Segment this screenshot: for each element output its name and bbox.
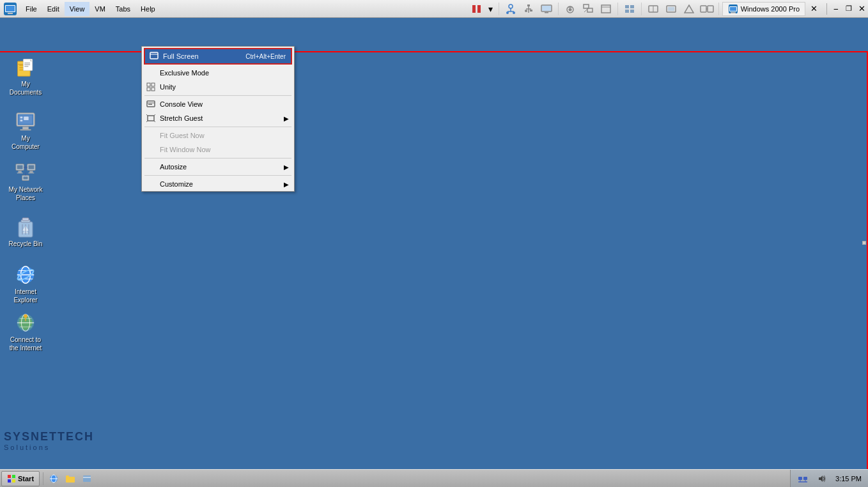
- menu-view-item[interactable]: View: [65, 2, 90, 16]
- vm-close-button[interactable]: ✕: [807, 3, 821, 15]
- svg-rect-52: [24, 63, 30, 63]
- vm-name-label: Windows 2000 Pro: [741, 5, 800, 13]
- svg-rect-100: [151, 88, 155, 91]
- extra3-button[interactable]: [681, 1, 697, 17]
- stretch-guest-icon: [146, 113, 156, 123]
- network-button[interactable]: [503, 1, 518, 17]
- svg-line-108: [154, 121, 155, 122]
- fullscreen-label: Full Screen: [163, 52, 199, 60]
- menu-fit-guest-now: Fit Guest Now: [142, 128, 294, 143]
- menu-unity[interactable]: Unity: [142, 80, 294, 94]
- svg-rect-37: [668, 7, 674, 11]
- menu-exclusive-mode[interactable]: Exclusive Mode: [142, 66, 294, 80]
- menu-autosize[interactable]: Autosize ▶: [142, 160, 294, 174]
- start-button[interactable]: Start: [1, 471, 40, 486]
- titlebar-close[interactable]: ✕: [855, 3, 868, 15]
- menu-edit-item[interactable]: Edit: [42, 2, 65, 16]
- my-network-label: My Network Places: [9, 185, 43, 202]
- titlebar-restore[interactable]: ❐: [842, 3, 855, 15]
- svg-rect-64: [17, 165, 23, 169]
- recycle-bin-label: Recycle Bin: [9, 240, 43, 248]
- scale-button[interactable]: [580, 1, 596, 17]
- menu-sep-2: [144, 127, 291, 127]
- svg-rect-74: [23, 176, 27, 179]
- svg-rect-6: [6, 6, 15, 12]
- menu-tabs-item[interactable]: Tabs: [111, 2, 136, 16]
- seamless-button[interactable]: [622, 1, 637, 17]
- svg-rect-119: [83, 475, 91, 482]
- vm-desktop: My Documents My Computer: [0, 51, 868, 473]
- system-tray: 3:15 PM: [790, 470, 868, 487]
- titlebar-minimize[interactable]: ‒: [830, 3, 842, 15]
- svg-point-24: [568, 8, 571, 11]
- svg-rect-7: [8, 13, 13, 14]
- desktop-icon-internet-explorer[interactable]: Internet Explorer: [5, 262, 46, 307]
- svg-rect-61: [20, 116, 23, 118]
- menu-console-view[interactable]: Console View: [142, 97, 294, 111]
- menu-fullscreen[interactable]: Full Screen Ctrl+Alt+Enter: [145, 49, 291, 63]
- customize-icon: [146, 179, 156, 189]
- scroll-indicator: [862, 241, 866, 245]
- extra4-button[interactable]: [699, 1, 715, 17]
- extra2-button[interactable]: [663, 1, 679, 17]
- desktop-icon-my-documents[interactable]: My Documents: [5, 54, 46, 99]
- clock: 3:15 PM: [833, 475, 864, 483]
- pause-dropdown[interactable]: ▾: [487, 1, 495, 17]
- svg-rect-65: [18, 171, 21, 173]
- extra1-button[interactable]: [646, 1, 661, 17]
- svg-rect-70: [28, 173, 34, 173]
- svg-rect-30: [625, 5, 629, 8]
- menu-file-item[interactable]: File: [20, 2, 42, 16]
- fullscreen-icon: [149, 51, 159, 61]
- svg-marker-126: [819, 475, 823, 482]
- sep2: [558, 3, 559, 15]
- customize-arrow: ▶: [284, 181, 289, 188]
- menu-customize[interactable]: Customize ▶: [142, 177, 294, 191]
- menu-stretch-guest[interactable]: Stretch Guest ▶: [142, 111, 294, 125]
- quicklaunch-folder[interactable]: [63, 471, 78, 486]
- sep5: [718, 3, 719, 15]
- svg-rect-60: [24, 116, 29, 120]
- svg-rect-8: [472, 5, 476, 13]
- customize-label: Customize: [160, 180, 193, 188]
- fit-guest-now-icon: [146, 130, 156, 141]
- display-button[interactable]: [539, 1, 554, 17]
- svg-rect-95: [150, 52, 158, 59]
- snapshot-button[interactable]: [562, 1, 578, 17]
- unity-icon: [146, 82, 156, 92]
- watermark: SYSNETTECH Solutions: [0, 428, 98, 454]
- svg-line-107: [146, 121, 148, 122]
- quicklaunch-ie[interactable]: [46, 471, 61, 486]
- svg-rect-26: [587, 8, 593, 12]
- desktop-icon-connect-internet[interactable]: Connect to the Internet: [5, 310, 46, 355]
- fullscreen-shortcut: Ctrl+Alt+Enter: [245, 53, 286, 60]
- menu-sep-3: [144, 158, 291, 158]
- menu-help-item[interactable]: Help: [136, 2, 160, 16]
- svg-point-13: [506, 12, 509, 14]
- svg-rect-112: [12, 479, 15, 483]
- taskbar-sep: [43, 472, 43, 485]
- svg-line-105: [146, 114, 148, 116]
- usb-button[interactable]: [521, 1, 536, 17]
- svg-rect-104: [148, 116, 154, 121]
- svg-rect-28: [601, 5, 610, 13]
- menu-vm-item[interactable]: VM: [89, 2, 111, 16]
- stretch-guest-label: Stretch Guest: [160, 114, 203, 122]
- fullscreen-tb-button[interactable]: [598, 1, 614, 17]
- tray-volume[interactable]: [814, 471, 830, 486]
- svg-rect-54: [24, 66, 28, 66]
- pause-button[interactable]: [469, 1, 484, 17]
- svg-rect-21: [542, 6, 551, 11]
- svg-point-18: [525, 10, 527, 12]
- desktop-icon-recycle-bin[interactable]: Recycle Bin: [5, 214, 46, 251]
- svg-point-14: [513, 12, 515, 14]
- tray-network[interactable]: [795, 471, 810, 486]
- start-label: Start: [18, 475, 34, 483]
- my-computer-icon: [15, 111, 36, 132]
- svg-rect-57: [22, 127, 28, 129]
- desktop-icon-my-computer[interactable]: My Computer: [5, 109, 46, 153]
- fit-window-now-icon: [146, 144, 156, 155]
- quicklaunch-extra[interactable]: [79, 471, 95, 486]
- desktop-icon-my-network[interactable]: My Network Places: [5, 160, 46, 205]
- svg-point-72: [24, 166, 27, 169]
